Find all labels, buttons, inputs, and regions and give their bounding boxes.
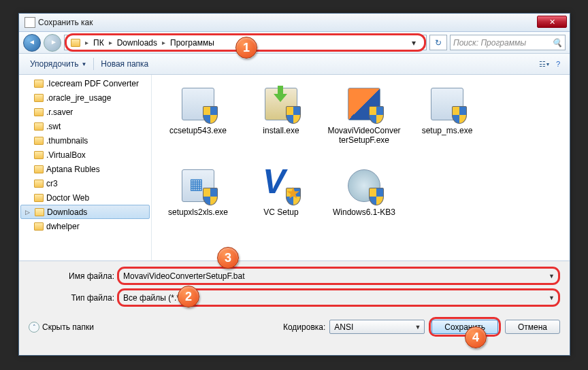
chevron-down-icon[interactable]: ▼ (414, 324, 421, 331)
shield-icon (369, 106, 384, 124)
breadcrumb-seg[interactable]: Downloads (114, 35, 160, 50)
chevron-down-icon[interactable]: ▼ (549, 273, 555, 280)
tree-item[interactable]: cr3 (19, 176, 151, 190)
back-button[interactable] (23, 34, 41, 52)
organize-menu[interactable]: Упорядочить ▼ (24, 56, 92, 71)
shield-icon (203, 188, 218, 205)
file-item[interactable]: ccsetup543.exe (157, 80, 239, 158)
highlight-outline-3: MovaviVideoConverterSetupF.bat ▼ (117, 267, 560, 285)
view-mode-button[interactable]: ☷ ▼ (538, 58, 551, 70)
collapse-icon: ˄ (29, 322, 39, 333)
shield-icon (369, 188, 384, 205)
tree-label: .thumbnails (46, 136, 88, 146)
separator (93, 58, 94, 70)
forward-button[interactable] (44, 34, 61, 52)
new-folder-button[interactable]: Новая папка (95, 56, 154, 71)
tree-item[interactable]: .VirtualBox (19, 148, 151, 162)
folder-icon (34, 222, 44, 231)
file-label: setupxls2xls.exe (168, 208, 228, 218)
chevron-icon: ▸ (107, 39, 114, 46)
close-button[interactable]: ✕ (537, 16, 567, 28)
folder-icon (35, 208, 44, 216)
file-icon (344, 84, 384, 124)
file-icon (344, 166, 384, 205)
file-label: install.exe (263, 127, 299, 136)
search-placeholder: Поиск: Программы (453, 38, 526, 48)
bottom-panel: Имя файла: MovaviVideoConverterSetupF.ba… (19, 261, 570, 343)
cancel-button[interactable]: Отмена (505, 320, 560, 334)
chevron-down-icon[interactable]: ▼ (549, 295, 555, 301)
tree-item[interactable]: .oracle_jre_usage (19, 90, 151, 105)
annotation-marker-2: 2 (178, 286, 199, 307)
file-item[interactable]: VC Setup (240, 162, 322, 239)
filename-input[interactable]: MovaviVideoConverterSetupF.bat ▼ (119, 269, 558, 283)
folder-icon (34, 80, 44, 88)
shield-icon (203, 106, 218, 124)
folder-icon (34, 94, 44, 102)
tree-label: .oracle_jre_usage (46, 93, 111, 103)
folder-icon (34, 137, 44, 145)
window-title: Сохранить как (38, 18, 93, 27)
save-button[interactable]: Сохранить (431, 320, 498, 334)
navbar: ▸ ПК ▸ Downloads ▸ Программы ▾ ↻ Поиск: … (19, 32, 570, 54)
breadcrumb-seg[interactable]: ПК (91, 35, 107, 50)
tree-item[interactable]: dwhelper (19, 219, 151, 233)
hide-folders-toggle[interactable]: ˄ Скрыть папки (29, 322, 94, 333)
tree-label: dwhelper (46, 222, 80, 231)
file-label: Windows6.1-KB3 (333, 208, 395, 218)
file-item[interactable]: install.exe (240, 80, 322, 158)
file-grid[interactable]: ccsetup543.exeinstall.exeMovaviVideoConv… (152, 75, 570, 260)
tree-label: Aptana Rubles (46, 165, 100, 174)
tree-label: Downloads (47, 207, 87, 217)
tree-item[interactable]: ▷Downloads (20, 205, 150, 219)
chevron-icon: ▸ (83, 39, 91, 46)
titlebar: Сохранить как ✕ (19, 14, 570, 32)
encoding-label: Кодировка: (283, 322, 325, 332)
folder-tree[interactable]: .Icecream PDF Converter.oracle_jre_usage… (19, 75, 152, 260)
file-item[interactable]: Windows6.1-KB3 (323, 162, 405, 239)
file-item[interactable]: MovaviVideoConverterSetupF.exe (323, 80, 405, 158)
file-item[interactable]: setup_ms.exe (406, 80, 488, 158)
save-dialog: Сохранить как ✕ ▸ ПК ▸ Downloads ▸ Прогр… (18, 13, 570, 356)
expand-icon[interactable]: ▷ (25, 209, 32, 216)
breadcrumb-seg[interactable]: Программы (167, 35, 217, 50)
tree-item[interactable]: Doctor Web (19, 190, 151, 205)
tree-item[interactable]: .Icecream PDF Converter (19, 76, 151, 90)
tree-item[interactable]: .swt (19, 119, 151, 133)
filename-label: Имя файла: (29, 271, 117, 281)
annotation-marker-1: 1 (235, 37, 257, 58)
file-item[interactable]: setupxls2xls.exe (157, 162, 239, 239)
filetype-label: Тип файла: (29, 293, 117, 303)
tree-label: cr3 (46, 179, 58, 188)
app-icon (24, 17, 35, 28)
file-icon (427, 84, 467, 124)
drive-icon (71, 39, 80, 47)
breadcrumb-dropdown[interactable]: ▾ (405, 38, 423, 48)
tree-item[interactable]: Aptana Rubles (19, 162, 151, 176)
file-icon (261, 84, 301, 124)
chevron-down-icon: ▼ (81, 61, 86, 67)
file-label: setup_ms.exe (422, 127, 473, 136)
shield-icon (286, 188, 301, 205)
folder-icon (34, 122, 44, 131)
folder-icon (34, 108, 44, 116)
annotation-marker-4: 4 (465, 326, 487, 348)
tree-label: .r.saver (46, 107, 73, 117)
dialog-body: .Icecream PDF Converter.oracle_jre_usage… (19, 75, 570, 261)
search-input[interactable]: Поиск: Программы 🔍 (450, 35, 566, 50)
refresh-button[interactable]: ↻ (429, 35, 447, 50)
tree-label: .swt (46, 122, 61, 131)
chevron-icon: ▸ (160, 39, 167, 46)
tree-item[interactable]: .thumbnails (19, 133, 151, 148)
shield-icon (286, 106, 301, 124)
help-button[interactable]: ? (552, 58, 564, 70)
search-icon: 🔍 (552, 38, 562, 48)
file-label: MovaviVideoConverterSetupF.exe (327, 127, 402, 146)
tree-label: .Icecream PDF Converter (46, 79, 139, 88)
file-icon (178, 84, 218, 124)
folder-icon (34, 180, 44, 188)
tree-item[interactable]: .r.saver (19, 105, 151, 119)
file-icon (178, 166, 218, 205)
encoding-combo[interactable]: ANSI ▼ (329, 320, 425, 334)
tree-label: Doctor Web (46, 193, 89, 203)
